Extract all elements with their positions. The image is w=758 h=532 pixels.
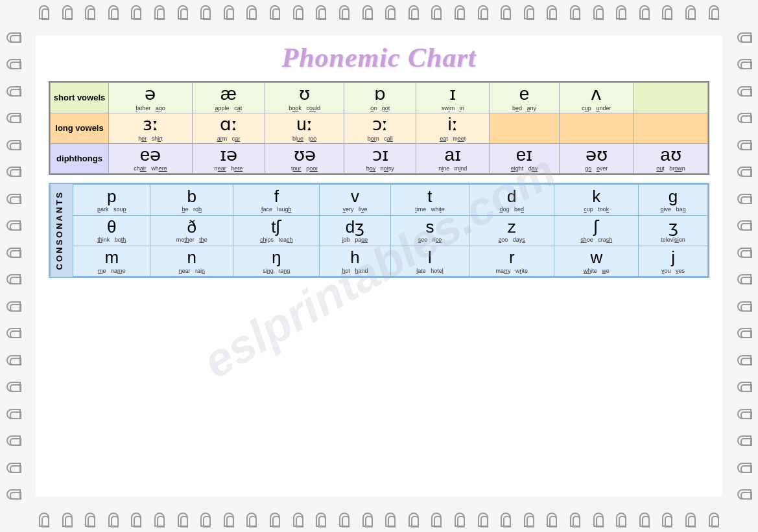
consonants-label: CONSONANTS: [50, 184, 73, 276]
phoneme-cell: f face laugh: [233, 185, 320, 215]
long-vowels-row: long vowels ɜː her shirt ɑː arm car uː b…: [51, 113, 708, 143]
clip: [246, 5, 257, 19]
clip: [6, 463, 21, 473]
phoneme-symbol: æ: [195, 84, 262, 104]
phoneme-symbol: ð: [152, 218, 231, 237]
clip: [6, 435, 21, 446]
phoneme-words: eight day: [492, 165, 556, 172]
phoneme-symbol: p: [75, 187, 148, 206]
clip: [709, 5, 719, 19]
clip: [431, 5, 442, 19]
clip: [154, 5, 165, 19]
phoneme-words: white we: [556, 268, 636, 274]
phoneme-words: you yes: [641, 268, 705, 274]
phoneme-words: father ago: [112, 105, 189, 111]
phoneme-words: chips teach: [235, 237, 317, 243]
phoneme-cell: p park soup: [73, 185, 150, 215]
main-content: Phonemic Chart short vowels ə father ago…: [36, 36, 722, 496]
clip: [685, 5, 696, 19]
clip: [737, 113, 752, 123]
clip: [39, 5, 49, 19]
clip: [6, 274, 21, 284]
phoneme-cell: v very live: [320, 185, 390, 215]
phoneme-words: near rain: [152, 268, 231, 274]
clip: [547, 513, 557, 527]
consonants-table-wrapper: CONSONANTS p park soup b be rob: [49, 183, 709, 277]
bottom-clips: [39, 513, 719, 527]
phoneme-words: eat meet: [419, 135, 486, 142]
phoneme-words: out brown: [637, 165, 705, 172]
phoneme-cell: t time white: [390, 185, 469, 215]
phoneme-words: time white: [393, 206, 468, 213]
phoneme-symbol: l: [393, 248, 468, 267]
clip: [409, 513, 419, 527]
left-clips: [6, 32, 21, 500]
phoneme-symbol: ŋ: [235, 248, 317, 267]
clip: [62, 513, 73, 527]
phoneme-cell: h hot hand: [320, 246, 390, 276]
clip: [6, 140, 21, 150]
phoneme-words: bed any: [492, 105, 556, 111]
phoneme-cell: ʃ shoe crash: [554, 215, 639, 246]
phoneme-symbol: eɪ: [492, 145, 556, 165]
phoneme-words: marry write: [471, 268, 552, 274]
phoneme-symbol: tʃ: [235, 218, 317, 237]
phoneme-cell: ʊə tour poor: [265, 143, 344, 174]
clip: [737, 274, 752, 284]
phoneme-words: apple cat: [195, 105, 262, 111]
clip: [709, 513, 719, 527]
clip: [200, 5, 211, 19]
consonants-row-1: p park soup b be rob f face laugh: [73, 185, 708, 215]
phoneme-cell: ð mother the: [150, 215, 233, 246]
phoneme-symbol: s: [393, 218, 468, 237]
phoneme-symbol: r: [471, 248, 552, 267]
phoneme-words: swim in: [419, 105, 486, 111]
clip: [131, 513, 141, 527]
clip: [108, 5, 119, 19]
phoneme-cell: m me name: [73, 246, 150, 276]
clip: [362, 5, 373, 19]
phoneme-words: very live: [322, 206, 388, 213]
phoneme-symbol: ɔː: [347, 115, 413, 135]
phoneme-words: job page: [322, 237, 388, 243]
phoneme-cell: ɪ swim in: [416, 83, 490, 113]
clip: [431, 513, 442, 527]
clip: [737, 301, 752, 312]
phoneme-symbol: aʊ: [637, 145, 705, 165]
clip: [455, 5, 465, 19]
phoneme-symbol: d: [471, 187, 552, 206]
phoneme-words: cup took: [556, 206, 636, 213]
vowels-table: short vowels ə father ago æ apple cat ʊ …: [50, 82, 708, 174]
consonants-inner: CONSONANTS p park soup b be rob: [50, 184, 708, 276]
phoneme-words: cup under: [562, 105, 631, 111]
phoneme-cell: ɔː born call: [344, 113, 416, 143]
phoneme-symbol: ə: [112, 84, 189, 104]
clip: [270, 513, 280, 527]
phoneme-symbol: eə: [112, 145, 189, 165]
phoneme-words: give bag: [641, 206, 705, 213]
phoneme-words: near here: [195, 165, 262, 172]
clip: [6, 113, 21, 123]
clip: [6, 86, 21, 97]
clip: [639, 5, 650, 19]
phoneme-words: born call: [347, 135, 413, 142]
clip: [662, 513, 672, 527]
empty-cell: [634, 113, 707, 143]
clip: [737, 248, 752, 258]
clip: [85, 5, 95, 19]
phoneme-words: television: [641, 237, 705, 243]
phoneme-cell: uː blue too: [265, 113, 344, 143]
phoneme-symbol: k: [556, 187, 636, 206]
clip: [200, 513, 211, 527]
phoneme-cell: l late hotel: [390, 246, 469, 276]
clip: [385, 5, 396, 19]
phoneme-cell: ɒ on got: [344, 83, 416, 113]
phoneme-words: nine mind: [419, 165, 486, 172]
phoneme-words: on got: [347, 105, 413, 111]
phoneme-words: arm car: [195, 135, 262, 142]
clip: [6, 382, 21, 392]
clip: [501, 5, 511, 19]
clip: [409, 5, 419, 19]
phoneme-cell: eə chair where: [109, 143, 193, 174]
clip: [593, 5, 604, 19]
